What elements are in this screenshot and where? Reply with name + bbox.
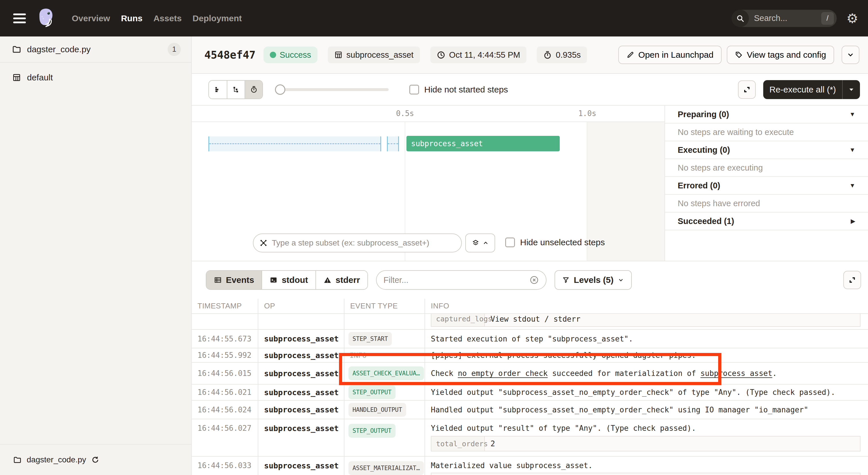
- slider-track[interactable]: [275, 88, 389, 91]
- log-row[interactable]: 16:44:56.015subprocess_assetASSET_CHECK_…: [192, 363, 868, 385]
- tab-stderr[interactable]: stderr: [315, 271, 367, 289]
- log-row[interactable]: 16:44:55.992subprocess_assetINFO[pipes] …: [192, 348, 868, 363]
- waterfall-view-icon[interactable]: [227, 81, 245, 98]
- column-header-timestamp: TIMESTAMP: [192, 299, 258, 313]
- log-event-type-cell: ASSET_CHECK_EVALUA…: [344, 363, 425, 384]
- open-in-launchpad-button[interactable]: Open in Launchpad: [618, 46, 722, 64]
- hide-not-started-checkbox[interactable]: [409, 85, 419, 94]
- status-section-header[interactable]: Succeeded (1)▶: [665, 212, 868, 230]
- status-section-body: No steps are executing: [665, 159, 868, 177]
- step-subset-input[interactable]: Type a step subset (ex: subprocess_asset…: [253, 234, 462, 253]
- run-header-more-chevron-button[interactable]: [842, 46, 859, 64]
- metadata-value[interactable]: View stdout / stderr: [485, 314, 586, 326]
- log-op-name: subprocess_asset: [258, 330, 344, 348]
- status-section-header[interactable]: Errored (0)▼: [665, 177, 868, 195]
- reload-icon[interactable]: [91, 456, 99, 464]
- tab-stdout[interactable]: stdout: [261, 271, 315, 289]
- re-execute-all-button[interactable]: Re-execute all (*): [763, 80, 860, 99]
- search-placeholder: Search...: [754, 13, 821, 23]
- nav-item-overview[interactable]: Overview: [72, 13, 110, 23]
- chevron-up-icon: [483, 240, 489, 246]
- hide-unselected-checkbox[interactable]: [505, 237, 515, 247]
- nav-item-assets[interactable]: Assets: [153, 13, 181, 23]
- slider-knob[interactable]: [275, 84, 285, 95]
- flat-view-icon[interactable]: [209, 81, 227, 98]
- event-type-badge: STEP_START: [348, 332, 392, 346]
- log-info-cell: Yielded output "subprocess_asset_no_empt…: [425, 385, 868, 400]
- column-header-info: INFO: [425, 299, 868, 313]
- gantt-step-bar[interactable]: subprocess_asset: [406, 136, 560, 151]
- log-message-link[interactable]: subprocess_asset: [701, 369, 772, 378]
- log-event-type-cell: STEP_OUTPUT: [344, 419, 425, 456]
- log-info-cell: Check no_empty_order_check succeeded for…: [425, 363, 868, 384]
- log-op-name: subprocess_asset: [258, 363, 344, 384]
- primary-nav: OverviewRunsAssetsDeployment: [72, 13, 242, 23]
- log-row[interactable]: 16:44:56.027subprocess_assetSTEP_OUTPUTY…: [192, 419, 868, 456]
- timed-view-icon[interactable]: [245, 81, 262, 98]
- log-row[interactable]: captured_logsView stdout / stderr: [192, 314, 868, 330]
- log-message-link[interactable]: no_empty_order_check: [458, 369, 548, 378]
- re-execute-caret-icon[interactable]: [843, 86, 860, 93]
- hide-unselected-checkbox-row[interactable]: Hide unselected steps: [505, 237, 605, 247]
- event-type-badge: STEP_OUTPUT: [348, 385, 396, 399]
- search-shortcut-key: /: [821, 12, 834, 25]
- table-icon: [214, 276, 222, 284]
- log-row[interactable]: 16:44:56.033subprocess_assetASSET_MATERI…: [192, 456, 868, 475]
- log-op-name: subprocess_asset: [258, 400, 344, 419]
- gantt-zoom-slider[interactable]: [275, 84, 389, 95]
- clear-filter-icon[interactable]: [529, 275, 539, 285]
- settings-gear-icon[interactable]: ⚙: [846, 12, 858, 25]
- start-time-chip: Oct 11, 4:44:55 PM: [430, 47, 527, 63]
- hamburger-menu-icon[interactable]: [13, 13, 26, 23]
- code-location-name: dagster_code.py: [27, 44, 91, 54]
- dagster-logo[interactable]: [36, 7, 56, 29]
- job-grid-icon: [334, 51, 343, 59]
- log-message-text: Handled output "subprocess_asset_no_empt…: [431, 406, 808, 414]
- search-input[interactable]: Search... /: [732, 10, 837, 27]
- graph-icon: [259, 239, 268, 247]
- log-row[interactable]: 16:44:56.024subprocess_assetHANDLED_OUTP…: [192, 400, 868, 419]
- axis-tick-1-0s: 1.0s: [573, 109, 601, 118]
- status-section-header[interactable]: Executing (0)▼: [665, 141, 868, 159]
- log-timestamp: 16:44:55.992: [192, 348, 258, 362]
- expand-icon: [743, 86, 751, 94]
- log-event-type-cell: [344, 314, 425, 329]
- log-info-cell: captured_logsView stdout / stderr: [425, 314, 868, 329]
- levels-filter-button[interactable]: Levels (5): [555, 270, 632, 290]
- log-event-type-cell: ASSET_MATERIALIZAT…: [344, 456, 425, 475]
- sidebar-code-location[interactable]: dagster_code.py 1: [0, 36, 191, 63]
- gantt-waiting-segment: [387, 137, 399, 151]
- status-section-header[interactable]: Preparing (0)▼: [665, 106, 868, 123]
- log-row[interactable]: 16:44:55.673subprocess_assetSTEP_STARTSt…: [192, 330, 868, 348]
- metadata-value[interactable]: 2: [485, 437, 501, 451]
- log-message: Yielded output "subprocess_asset_no_empt…: [431, 387, 835, 397]
- sidebar-item-default-job[interactable]: default: [0, 69, 191, 86]
- layers-button[interactable]: [465, 234, 495, 253]
- gantt-fullscreen-button[interactable]: [738, 81, 756, 99]
- status-section-body: No steps are waiting to execute: [665, 123, 868, 141]
- log-message: Materialized value subprocess_asset.: [431, 461, 861, 470]
- hide-not-started-checkbox-row[interactable]: Hide not started steps: [409, 85, 508, 94]
- log-message-text: Materialized value subprocess_asset.: [431, 461, 593, 470]
- nav-item-runs[interactable]: Runs: [121, 13, 143, 23]
- log-info-cell: Handled output "subprocess_asset_no_empt…: [425, 400, 868, 419]
- log-row[interactable]: 16:44:56.021subprocess_assetSTEP_OUTPUTY…: [192, 385, 868, 400]
- log-op-name: subprocess_asset: [258, 385, 344, 400]
- tab-events[interactable]: Events: [206, 271, 261, 289]
- log-fullscreen-button[interactable]: [843, 271, 861, 289]
- nav-item-deployment[interactable]: Deployment: [193, 13, 242, 23]
- asset-chip[interactable]: subprocess_asset: [328, 47, 420, 63]
- metadata-row: captured_logsView stdout / stderr: [431, 314, 860, 326]
- view-tags-config-button[interactable]: View tags and config: [727, 46, 834, 64]
- log-timestamp: 16:44:55.673: [192, 330, 258, 348]
- log-filter-input[interactable]: Filter...: [376, 270, 547, 290]
- warning-icon: [323, 276, 332, 284]
- gantt-view-mode-toggle: [208, 80, 263, 99]
- log-message: Yielded output "result" of type "Any". (…: [431, 423, 861, 433]
- log-timestamp: 16:44:56.015: [192, 363, 258, 384]
- caret-right-icon: ▶: [851, 218, 856, 225]
- event-type-badge: INFO: [348, 351, 367, 360]
- log-message-text: .: [772, 369, 777, 378]
- log-message-text: Started execution of step "subprocess_as…: [431, 334, 633, 343]
- gantt-toolbar: Hide not started steps Re-execute all (*…: [192, 74, 868, 106]
